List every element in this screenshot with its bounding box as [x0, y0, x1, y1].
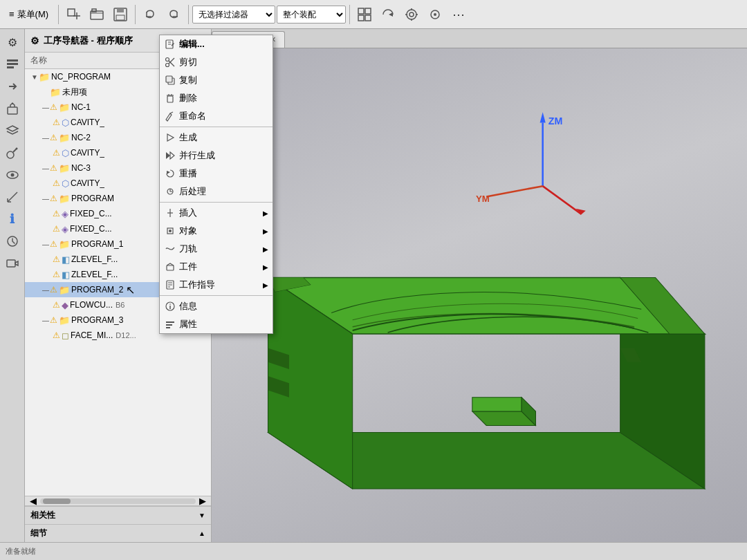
ctx-replay-label: 重播 — [179, 167, 197, 180]
ctx-insert[interactable]: 插入 ▶ — [160, 204, 273, 222]
root-expand[interactable]: ▼ — [30, 73, 39, 81]
context-menu: 编辑... 剪切 复制 删除 重命名 — [159, 35, 273, 334]
nc2-expand[interactable]: — — [42, 133, 50, 142]
menu-button[interactable]: ≡ 菜单(M) — [3, 5, 55, 24]
program3-warn: ⚠ — [50, 315, 57, 325]
ctx-object[interactable]: 对象 ▶ — [160, 222, 273, 240]
svg-rect-7 — [116, 15, 124, 20]
left-icon-measure[interactable] — [2, 187, 23, 207]
zlevel1-warn: ⚠ — [53, 254, 60, 264]
toolbar-rotate-btn[interactable] — [377, 3, 399, 26]
left-icon-machine[interactable] — [2, 98, 23, 119]
scroll-left[interactable]: ◀ — [26, 497, 40, 505]
menu-icon: ≡ — [9, 9, 15, 19]
ctx-workpiece[interactable]: 工件 ▶ — [160, 258, 273, 276]
ctx-copy[interactable]: 复制 — [160, 71, 273, 89]
svg-line-81 — [543, 186, 582, 214]
scroll-right[interactable]: ▶ — [196, 497, 210, 505]
zlevel2-warn: ⚠ — [53, 270, 60, 279]
insert-icon — [164, 207, 176, 219]
program2-label: PROGRAM_2 — [71, 285, 123, 295]
program2-expand[interactable]: — — [42, 286, 50, 294]
zlevel1-op-icon: ◧ — [62, 254, 70, 265]
toolbar-more-btn[interactable]: ⋯ — [448, 3, 470, 26]
program3-folder-icon: 📁 — [59, 315, 70, 326]
left-icon-layers[interactable] — [2, 120, 23, 141]
facemi-op-icon: ◻ — [62, 330, 69, 341]
ctx-post[interactable]: 后处理 — [160, 183, 273, 200]
program3-expand[interactable]: — — [42, 316, 50, 324]
insert-arrow: ▶ — [263, 209, 268, 217]
left-icon-view[interactable] — [2, 165, 23, 185]
ctx-cut[interactable]: 剪切 — [160, 53, 273, 71]
svg-rect-11 — [365, 15, 371, 21]
ctx-delete[interactable]: 删除 — [160, 89, 273, 107]
program2-folder-icon: 📁 — [59, 285, 70, 295]
program-folder-icon: 📁 — [59, 194, 70, 204]
left-icon-settings[interactable]: ⚙ — [2, 32, 23, 53]
svg-point-34 — [166, 64, 169, 67]
detail-header[interactable]: 细节 ▲ — [25, 524, 211, 542]
toolbar-redo-btn[interactable] — [163, 3, 185, 26]
nc3-expand[interactable]: — — [42, 164, 50, 172]
program1-expand[interactable]: — — [42, 240, 50, 248]
ctx-toolpath[interactable]: 刀轨 ▶ — [160, 240, 273, 258]
scroll-thumb[interactable] — [43, 498, 71, 504]
left-icon-cam[interactable] — [2, 253, 23, 274]
program-warn: ⚠ — [50, 194, 57, 203]
toolbar-open-btn[interactable] — [86, 3, 108, 26]
assembly-select[interactable]: 整个装配 — [277, 6, 346, 24]
ctx-edit[interactable]: 编辑... — [160, 35, 273, 53]
cavity1-label: CAVITY_ — [71, 118, 104, 127]
ctx-rename[interactable]: 重命名 — [160, 107, 273, 125]
nc3-folder-icon: 📁 — [59, 163, 70, 174]
svg-rect-6 — [117, 8, 124, 12]
viewport-canvas[interactable]: ZM YM — [212, 48, 747, 542]
ctx-info[interactable]: 信息 — [160, 297, 273, 315]
scroll-track[interactable] — [40, 498, 196, 504]
nav-settings-icon[interactable]: ⚙ — [30, 35, 39, 46]
left-icon-arrow[interactable] — [2, 76, 23, 97]
ctx-parallel-label: 并行生成 — [179, 149, 215, 162]
toolbar-sep-3 — [188, 5, 189, 24]
svg-point-24 — [7, 151, 14, 158]
toolbar-save-btn[interactable] — [109, 3, 131, 26]
ctx-props[interactable]: 属性 — [160, 315, 273, 333]
ctx-generate-label: 生成 — [179, 131, 197, 144]
toolbar-dot-btn[interactable] — [424, 3, 446, 26]
cursor-indicator: ↖ — [126, 283, 135, 297]
nav-title: 工序导航器 - 程序顺序 — [44, 35, 133, 47]
ctx-parallel[interactable]: 并行生成 — [160, 147, 273, 165]
nc1-label: NC-1 — [71, 102, 91, 112]
svg-point-61 — [169, 304, 171, 305]
svg-point-12 — [407, 10, 416, 19]
ctx-props-label: 属性 — [179, 318, 197, 330]
svg-marker-47 — [170, 152, 174, 159]
ctx-sep-1 — [160, 127, 273, 127]
ctx-replay[interactable]: 重播 — [160, 165, 273, 183]
toolbar-target-btn[interactable] — [400, 3, 423, 26]
ctx-rename-label: 重命名 — [179, 110, 206, 122]
ctx-insert-label: 插入 — [179, 207, 197, 219]
toolbar-new-btn[interactable] — [62, 3, 84, 26]
ctx-copy-label: 复制 — [179, 74, 197, 86]
left-icon-history[interactable] — [2, 231, 23, 252]
main-content: ⚙ ℹ ⚙ 工序导航器 - 程序 — [0, 29, 747, 542]
nav-scrollbar-h[interactable]: ◀ ▶ — [25, 496, 211, 505]
left-icon-nav[interactable] — [2, 54, 23, 75]
unused-label: 未用项 — [62, 86, 87, 98]
fixed1-op-icon: ◈ — [62, 209, 68, 219]
toolbar-view1-btn[interactable] — [353, 3, 376, 26]
toolbar-sep-2 — [135, 5, 136, 24]
program-expand[interactable]: — — [42, 194, 50, 203]
dependency-header[interactable]: 相关性 ▼ — [25, 506, 211, 524]
ctx-guide[interactable]: 工作指导 ▶ — [160, 276, 273, 294]
filter-select[interactable]: 无选择过滤器 — [192, 6, 275, 24]
left-icon-info[interactable]: ℹ — [2, 209, 23, 230]
toolbar-undo-btn[interactable] — [139, 3, 161, 26]
nc1-expand[interactable]: — — [42, 103, 50, 111]
svg-rect-23 — [8, 107, 17, 114]
left-icon-tool[interactable] — [2, 142, 23, 163]
ctx-generate[interactable]: 生成 — [160, 129, 273, 147]
svg-rect-8 — [358, 8, 364, 14]
